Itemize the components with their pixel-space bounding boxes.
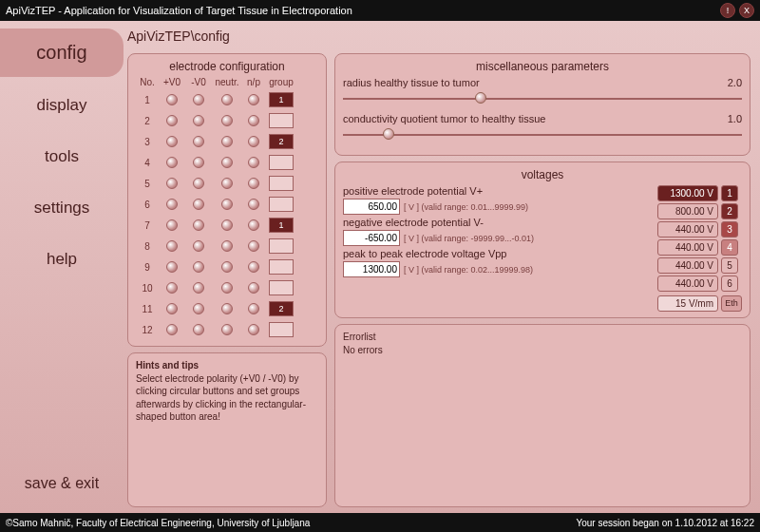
radio-neutr[interactable] (221, 157, 233, 168)
radio-neutr[interactable] (221, 199, 233, 210)
radio-pos[interactable] (166, 282, 178, 294)
radio-neg[interactable] (193, 261, 204, 273)
radio-np[interactable] (248, 282, 259, 294)
radio-neg[interactable] (193, 199, 204, 210)
volt-preset[interactable]: 440.00 V (657, 276, 718, 292)
error-panel: Errorlist No errors (334, 324, 750, 507)
group-box[interactable] (269, 155, 294, 170)
radio-pos[interactable] (166, 115, 178, 126)
volt-preset[interactable]: 440.00 V (657, 239, 718, 256)
radio-neutr[interactable] (221, 178, 233, 189)
slider-conductivity[interactable] (343, 126, 742, 143)
group-box[interactable]: 2 (269, 134, 294, 149)
group-box[interactable] (269, 238, 294, 254)
radio-neutr[interactable] (221, 115, 233, 126)
group-box[interactable]: 2 (269, 301, 294, 316)
group-box[interactable]: 1 (269, 218, 294, 233)
sidebar-item-display[interactable]: display (0, 83, 124, 128)
volt-num[interactable]: 4 (721, 239, 738, 256)
radio-neutr[interactable] (221, 136, 233, 147)
radio-neutr[interactable] (221, 261, 233, 273)
vpos-input[interactable] (343, 199, 400, 215)
radio-pos[interactable] (166, 94, 178, 105)
electrode-title: electrode configuration (136, 60, 318, 73)
radio-np[interactable] (248, 115, 259, 126)
radio-pos[interactable] (166, 157, 178, 168)
app-title: ApiVizTEP - Application for Visualizatio… (6, 5, 352, 16)
radio-neutr[interactable] (221, 324, 233, 335)
radio-neg[interactable] (193, 94, 204, 105)
volt-num[interactable]: 2 (721, 203, 738, 219)
radio-np[interactable] (248, 157, 259, 168)
electrode-row: 12 (136, 319, 318, 340)
radio-np[interactable] (248, 240, 259, 252)
volt-num[interactable]: 3 (721, 221, 738, 238)
group-box[interactable] (269, 176, 294, 191)
radio-pos[interactable] (166, 261, 178, 273)
radio-pos[interactable] (166, 303, 178, 314)
err-body: No errors (343, 344, 742, 357)
radio-neg[interactable] (193, 324, 204, 335)
electrode-row: 5 (136, 173, 318, 194)
group-box[interactable] (269, 322, 294, 337)
group-box[interactable] (269, 113, 294, 128)
radio-np[interactable] (248, 219, 259, 231)
radio-pos[interactable] (166, 136, 178, 147)
radio-neutr[interactable] (221, 303, 233, 314)
sidebar-item-tools[interactable]: tools (0, 134, 124, 180)
volt-preset[interactable]: 800.00 V (657, 203, 718, 219)
radio-pos[interactable] (166, 219, 178, 231)
volt-num[interactable]: 6 (721, 276, 738, 292)
group-box[interactable] (269, 280, 294, 295)
radio-neg[interactable] (193, 240, 204, 252)
radio-np[interactable] (248, 178, 259, 189)
sidebar-item-settings[interactable]: settings (0, 185, 124, 231)
radio-pos[interactable] (166, 324, 178, 335)
misc-panel: miscellaneous parameters radius healthy … (334, 53, 750, 156)
group-box[interactable]: 1 (269, 92, 294, 107)
vneg-input[interactable] (343, 230, 400, 246)
slider-radius[interactable] (343, 90, 742, 107)
volt-num[interactable]: 5 (721, 257, 738, 274)
volt-preset[interactable]: 440.00 V (657, 221, 718, 238)
radio-neutr[interactable] (221, 282, 233, 294)
radio-neg[interactable] (193, 303, 204, 314)
radio-neg[interactable] (193, 178, 204, 189)
radio-np[interactable] (248, 199, 259, 210)
electrode-panel: electrode configuration No.+V0-V0neutr.n… (127, 53, 327, 347)
radio-pos[interactable] (166, 178, 178, 189)
radio-neg[interactable] (193, 115, 204, 126)
radio-neg[interactable] (193, 219, 204, 231)
radio-neutr[interactable] (221, 240, 233, 252)
title-bar: ApiVizTEP - Application for Visualizatio… (0, 0, 760, 21)
vpp-input[interactable] (343, 261, 400, 277)
radio-np[interactable] (248, 324, 259, 335)
radio-np[interactable] (248, 303, 259, 314)
electrode-row: 10 (136, 277, 318, 298)
radio-np[interactable] (248, 136, 259, 147)
volt-preset[interactable]: 1300.00 V (657, 185, 718, 201)
radio-neutr[interactable] (221, 219, 233, 231)
radio-pos[interactable] (166, 199, 178, 210)
radio-np[interactable] (248, 94, 259, 105)
volt-num[interactable]: 1 (721, 185, 738, 201)
group-box[interactable] (269, 259, 294, 275)
radio-neg[interactable] (193, 282, 204, 294)
hints-title: Hints and tips (136, 360, 199, 370)
minimize-button[interactable]: ! (720, 3, 735, 18)
volt-preset[interactable]: 440.00 V (657, 257, 718, 274)
sidebar-item-saveexit[interactable]: save & exit (0, 462, 124, 505)
sidebar-item-help[interactable]: help (0, 237, 124, 282)
radio-np[interactable] (248, 261, 259, 273)
sidebar-item-config[interactable]: config (0, 28, 124, 77)
radio-neutr[interactable] (221, 94, 233, 105)
vpos-label: positive electrode potential V+ (343, 185, 652, 197)
radio-neg[interactable] (193, 136, 204, 147)
group-box[interactable] (269, 197, 294, 212)
eth-value: 15 V/mm (657, 295, 718, 312)
radio-neg[interactable] (193, 157, 204, 168)
radio-pos[interactable] (166, 240, 178, 252)
eth-button[interactable]: Eth (721, 295, 742, 312)
close-button[interactable]: X (739, 3, 754, 18)
misc-p2-label: conductivity quotient tumor to healthy t… (343, 113, 545, 124)
